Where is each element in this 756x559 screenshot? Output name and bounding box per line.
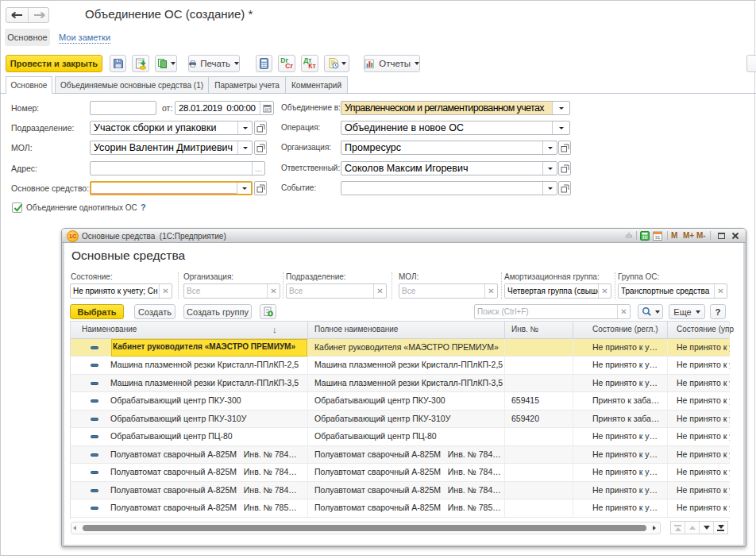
svg-text:31: 31 (655, 235, 661, 240)
